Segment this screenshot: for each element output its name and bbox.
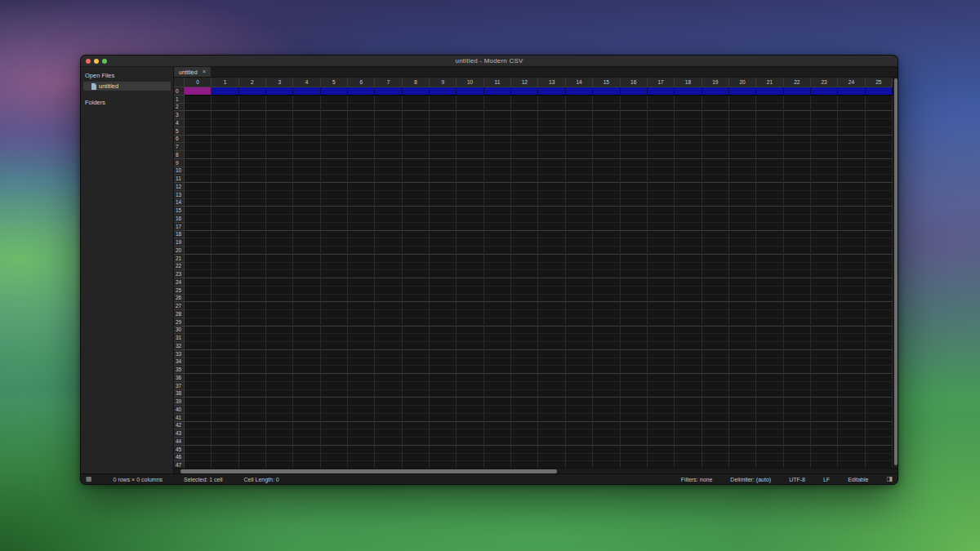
column-header-12[interactable]: 12 [511, 78, 538, 87]
grid-cell-r35-c14[interactable] [566, 366, 593, 374]
grid-cell-r27-c5[interactable] [321, 302, 348, 310]
grid-cell-r17-c23[interactable] [811, 223, 838, 231]
row-header-24[interactable]: 24 [174, 278, 185, 287]
grid-cell-r44-c15[interactable] [593, 438, 620, 446]
grid-cell-r21-c5[interactable] [321, 255, 348, 263]
grid-cell-r2-c15[interactable] [593, 104, 620, 112]
grid-cell-r5-c23[interactable] [811, 127, 838, 136]
grid-cell-r21-c8[interactable] [403, 255, 430, 263]
grid-cell-r18-c0[interactable] [185, 231, 212, 239]
grid-cell-r22-c9[interactable] [430, 263, 457, 271]
grid-cell-r26-c8[interactable] [403, 295, 430, 303]
grid-cell-r11-c0[interactable] [185, 175, 212, 183]
grid-cell-r27-c21[interactable] [756, 302, 783, 310]
grid-cell-r2-c10[interactable] [457, 104, 483, 112]
grid-cell-r26-c10[interactable] [457, 295, 483, 303]
grid-cell-r19-c23[interactable] [811, 238, 838, 247]
grid-cell-r25-c0[interactable] [185, 287, 212, 295]
grid-cell-r40-c24[interactable] [838, 406, 865, 414]
grid-cell-r29-c13[interactable] [538, 318, 565, 327]
grid-cell-r46-c14[interactable] [566, 454, 593, 462]
grid-cell-r6-c0[interactable] [185, 136, 212, 144]
grid-cell-r5-c11[interactable] [484, 127, 511, 136]
grid-cell-r28-c17[interactable] [648, 310, 675, 318]
grid-cell-r7-c15[interactable] [593, 143, 620, 151]
grid-cell-r25-c2[interactable] [239, 287, 266, 295]
grid-cell-r37-c3[interactable] [266, 382, 293, 390]
grid-cell-r8-c7[interactable] [375, 151, 402, 159]
grid-cell-r1-c16[interactable] [621, 96, 648, 104]
grid-cell-r45-c21[interactable] [756, 446, 783, 454]
grid-cell-r30-c19[interactable] [702, 327, 729, 335]
grid-cell-r16-c7[interactable] [375, 215, 402, 223]
grid-cell-r6-c19[interactable] [702, 136, 729, 144]
grid-cell-r30-c11[interactable] [484, 327, 511, 335]
column-header-2[interactable]: 2 [239, 78, 266, 87]
grid-cell-r1-c21[interactable] [756, 96, 783, 104]
grid-cell-r25-c1[interactable] [212, 287, 238, 295]
grid-cell-r38-c12[interactable] [511, 390, 538, 398]
grid-cell-r32-c8[interactable] [403, 342, 430, 350]
grid-cell-r41-c16[interactable] [621, 414, 648, 422]
grid-cell-r0-c25[interactable] [866, 87, 893, 96]
grid-cell-r29-c25[interactable] [866, 318, 893, 327]
grid-cell-r37-c10[interactable] [457, 382, 483, 390]
grid-cell-r0-c22[interactable] [784, 87, 811, 96]
grid-cell-r38-c20[interactable] [729, 390, 756, 398]
grid-cell-r46-c4[interactable] [293, 454, 320, 462]
zoom-window-button[interactable] [102, 59, 107, 64]
grid-cell-r11-c13[interactable] [538, 175, 565, 183]
grid-cell-r16-c15[interactable] [593, 215, 620, 223]
grid-cell-r12-c16[interactable] [621, 183, 648, 191]
grid-cell-r46-c7[interactable] [375, 454, 402, 462]
grid-cell-r11-c7[interactable] [375, 175, 402, 183]
grid-cell-r3-c7[interactable] [375, 111, 402, 119]
grid-cell-r40-c13[interactable] [538, 406, 565, 414]
grid-cell-r21-c20[interactable] [729, 255, 756, 263]
grid-cell-r10-c25[interactable] [866, 167, 893, 176]
grid-cell-r36-c20[interactable] [729, 374, 756, 382]
grid-cell-r24-c24[interactable] [838, 278, 865, 287]
grid-cell-r11-c19[interactable] [702, 175, 729, 183]
grid-cell-r27-c12[interactable] [511, 302, 538, 310]
grid-cell-r37-c20[interactable] [729, 382, 756, 390]
grid-cell-r29-c17[interactable] [648, 318, 675, 327]
grid-cell-r35-c10[interactable] [457, 366, 483, 374]
grid-cell-r12-c4[interactable] [293, 183, 320, 191]
grid-cell-r14-c16[interactable] [621, 199, 648, 207]
grid-cell-r24-c14[interactable] [566, 278, 593, 287]
grid-cell-r45-c23[interactable] [811, 446, 838, 454]
grid-cell-r3-c17[interactable] [648, 111, 675, 119]
grid-cell-r38-c16[interactable] [621, 390, 648, 398]
grid-cell-r13-c19[interactable] [702, 191, 729, 199]
grid-cell-r17-c1[interactable] [212, 223, 238, 231]
grid-cell-r13-c17[interactable] [648, 191, 675, 199]
grid-cell-r33-c12[interactable] [511, 350, 538, 358]
grid-cell-r19-c25[interactable] [866, 238, 893, 247]
grid-cell-r6-c20[interactable] [729, 136, 756, 144]
grid-cell-r17-c3[interactable] [266, 223, 293, 231]
grid-cell-r27-c14[interactable] [566, 302, 593, 310]
grid-cell-r6-c8[interactable] [403, 136, 430, 144]
grid-cell-r9-c24[interactable] [838, 159, 865, 167]
grid-cell-r4-c9[interactable] [430, 119, 457, 127]
grid-cell-r37-c12[interactable] [511, 382, 538, 390]
grid-cell-r4-c17[interactable] [648, 119, 675, 127]
grid-cell-r45-c6[interactable] [348, 446, 375, 454]
grid-cell-r10-c17[interactable] [648, 167, 675, 176]
grid-cell-r13-c16[interactable] [621, 191, 648, 199]
row-header-23[interactable]: 23 [174, 270, 185, 278]
grid-cell-r1-c25[interactable] [866, 96, 893, 104]
grid-cell-r46-c22[interactable] [784, 454, 811, 462]
grid-cell-r15-c16[interactable] [621, 207, 648, 215]
grid-cell-r44-c19[interactable] [702, 438, 729, 446]
grid-cell-r11-c3[interactable] [266, 175, 293, 183]
grid-cell-r23-c21[interactable] [756, 270, 783, 278]
grid-cell-r17-c11[interactable] [484, 223, 511, 231]
row-header-22[interactable]: 22 [174, 263, 185, 271]
grid-cell-r11-c14[interactable] [566, 175, 593, 183]
grid-cell-r10-c2[interactable] [239, 167, 266, 176]
grid-cell-r2-c4[interactable] [293, 104, 320, 112]
grid-cell-r41-c15[interactable] [593, 414, 620, 422]
grid-cell-r10-c3[interactable] [266, 167, 293, 176]
